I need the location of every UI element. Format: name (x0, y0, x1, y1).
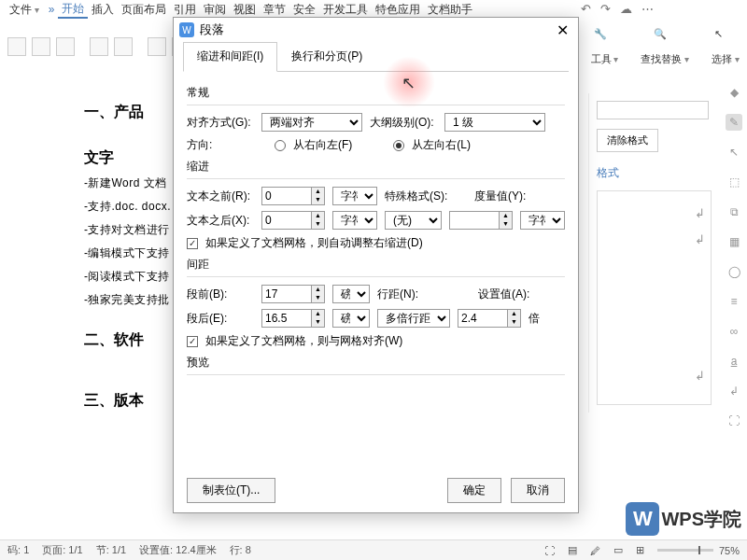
settings-icon[interactable]: ≡ (726, 293, 742, 310)
view-icon-2[interactable]: ▤ (568, 544, 577, 556)
measure-label: 度量值(Y): (474, 189, 542, 204)
outline-select[interactable]: 1 级 (444, 113, 545, 132)
font-increase-icon[interactable] (90, 37, 108, 56)
return-icon[interactable]: ↲ (726, 383, 742, 399)
direction-label: 方向: (187, 137, 254, 153)
unit-char1[interactable]: 字符 (332, 187, 377, 205)
close-icon[interactable]: ✕ (553, 21, 572, 39)
outline-label: 大纲级别(O): (370, 115, 437, 131)
cloud-icon[interactable]: ☁ (620, 2, 632, 16)
tab-line-page[interactable]: 换行和分页(P) (277, 42, 376, 71)
clear-format-button[interactable]: 清除格式 (597, 129, 658, 152)
dialog-title: 段落 (200, 21, 224, 38)
list-icon[interactable] (56, 37, 75, 56)
panel-box: ↲ ↲ ↲ (597, 190, 712, 405)
unit-char3[interactable]: 字符 (520, 211, 565, 230)
unit-pt1[interactable]: 磅 (332, 285, 370, 303)
underline-icon[interactable]: a (726, 353, 742, 370)
line-spacing-select[interactable]: 多倍行距 (377, 309, 450, 328)
tabstops-button[interactable]: 制表位(T)... (187, 478, 275, 503)
line-spacing-label: 行距(N): (377, 287, 444, 302)
set-value-label: 设置值(A): (478, 287, 545, 302)
tab-ref[interactable]: 引用 (170, 2, 200, 18)
pencil-icon[interactable]: ✎ (726, 114, 742, 131)
auto-indent-label: 如果定义了文档网格，则自动调整右缩进(D) (205, 235, 423, 251)
paragraph-dialog: W 段落 ✕ 缩进和间距(I) 换行和分页(P) 常规 对齐方式(G): 两端对… (173, 17, 579, 513)
format-link[interactable]: 格式 (597, 165, 712, 181)
tab-start[interactable]: 开始 (58, 1, 88, 19)
undo-icon[interactable]: ↶ (581, 2, 591, 16)
after-text-input[interactable] (261, 211, 312, 230)
copy-icon[interactable]: ⧉ (726, 203, 742, 220)
zoom-slider[interactable] (657, 549, 713, 552)
tab-indent-spacing[interactable]: 缩进和间距(I) (183, 42, 277, 72)
status-pages: 页面: 1/1 (42, 543, 82, 557)
before-para-input[interactable] (261, 285, 312, 303)
tab-dev[interactable]: 开发工具 (319, 2, 372, 18)
font-decrease-icon[interactable] (114, 37, 133, 56)
expand-icon[interactable]: ⛶ (726, 413, 742, 429)
dialog-icon: W (179, 22, 194, 37)
after-para-label: 段后(E): (187, 311, 254, 327)
tab-view[interactable]: 视图 (230, 2, 260, 18)
ok-button[interactable]: 确定 (447, 478, 501, 503)
section-spacing: 间距 (187, 257, 565, 273)
select-menu[interactable]: ↖选择 (712, 28, 740, 66)
section-general: 常规 (187, 85, 565, 101)
tab-insert[interactable]: 插入 (88, 2, 118, 18)
measure-input[interactable] (449, 211, 500, 230)
view-icon-4[interactable]: ▭ (613, 544, 623, 556)
status-pagenum: 码: 1 (7, 543, 29, 557)
cancel-button[interactable]: 取消 (511, 478, 565, 503)
tab-section[interactable]: 章节 (260, 2, 289, 18)
align-center-icon[interactable] (32, 37, 50, 56)
special-select[interactable]: (无) (385, 211, 442, 230)
link-icon[interactable]: ∞ (726, 323, 742, 340)
before-text-input[interactable] (261, 187, 312, 205)
view-icon-1[interactable]: ⛶ (544, 545, 555, 556)
tools-menu[interactable]: 🔧工具 (591, 28, 619, 66)
special-label: 特殊格式(S): (385, 189, 452, 204)
align-left-icon[interactable] (7, 37, 26, 56)
snap-grid-label: 如果定义了文档网格，则与网格对齐(W) (205, 333, 402, 349)
more-icon[interactable]: ⋯ (641, 2, 654, 16)
zoom-value[interactable]: 75% (719, 545, 740, 556)
rtl-radio[interactable] (275, 140, 286, 151)
ltr-label: 从左向右(L) (412, 137, 471, 153)
unit-pt2[interactable]: 磅 (332, 309, 370, 328)
diamond-icon[interactable]: ◆ (726, 84, 742, 101)
find-replace-menu[interactable]: 🔍查找替换 (641, 28, 689, 66)
after-para-input[interactable] (261, 309, 312, 328)
status-section: 节: 1/1 (96, 543, 126, 557)
after-text-label: 文本之后(X): (187, 213, 254, 229)
rtl-label: 从右向左(F) (293, 137, 352, 153)
align-label: 对齐方式(G): (187, 115, 254, 131)
unit-char2[interactable]: 字符 (332, 211, 377, 230)
file-menu[interactable]: 文件 (4, 2, 45, 18)
ltr-radio[interactable] (393, 140, 404, 151)
before-para-label: 段前(B): (187, 287, 254, 302)
status-set: 设置值: 12.4厘米 (139, 543, 217, 557)
tab-helper[interactable]: 文档助手 (424, 2, 476, 18)
view-icon-3[interactable]: 🖉 (590, 545, 600, 556)
view-icon-5[interactable]: ⊞ (636, 544, 644, 556)
cursor-icon[interactable]: ↖ (726, 144, 742, 161)
tab-layout[interactable]: 页面布局 (118, 2, 170, 18)
auto-indent-check[interactable] (187, 238, 198, 249)
snap-grid-check[interactable] (187, 336, 198, 347)
unit-x: 倍 (529, 311, 540, 327)
section-indent: 缩进 (187, 159, 565, 175)
tab-security[interactable]: 安全 (289, 2, 319, 18)
align-select[interactable]: 两端对齐 (261, 113, 362, 132)
status-line: 行: 8 (230, 543, 251, 557)
redo-icon[interactable]: ↷ (600, 2, 611, 16)
tab-review[interactable]: 审阅 (200, 2, 230, 18)
grid-icon[interactable]: ▦ (726, 233, 742, 250)
before-text-label: 文本之前(R): (187, 189, 254, 204)
table-icon[interactable] (148, 37, 166, 56)
tab-special[interactable]: 特色应用 (372, 2, 424, 18)
circle-icon[interactable]: ◯ (726, 263, 742, 280)
wps-logo: WWPS学院 (626, 502, 741, 536)
select-icon[interactable]: ⬚ (726, 174, 742, 190)
set-value-input[interactable] (458, 309, 508, 328)
